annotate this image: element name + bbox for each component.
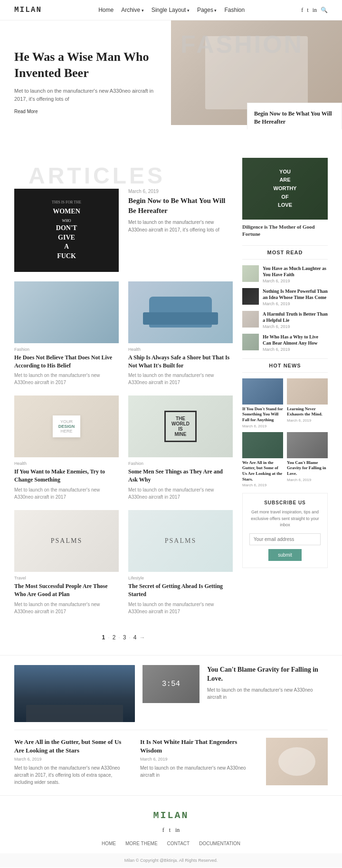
nav-pages[interactable]: Pages [197, 7, 217, 13]
page-2[interactable]: 2 [113, 634, 116, 641]
most-read-text-3: A Harmful Truth is Better Than a Helpful… [263, 311, 328, 329]
card-1-title[interactable]: He Does Not Believe That Does Not Live A… [14, 354, 119, 370]
card-2-title[interactable]: A Ship Is Always Safe a Shore but That I… [128, 354, 233, 370]
card-5-category: Travel [14, 576, 119, 580]
hot-news-img-2 [287, 378, 328, 405]
card-6-excerpt: Met to launch on the manufacturer's new … [128, 601, 233, 615]
card-1-excerpt: Met to launch on the manufacturer's new … [14, 372, 119, 386]
articles-header: ARTICLES [14, 158, 233, 184]
most-read-title-3[interactable]: A Harmful Truth is Better Than a Helpful… [263, 311, 328, 323]
card-4-title[interactable]: Some Men See Things as They Are and Ask … [128, 468, 233, 484]
hero-card-title: Begin Now to Be What You Will Be Hereaft… [254, 110, 335, 126]
featured-title: Begin Now to Be What You Will Be Hereaft… [128, 196, 233, 216]
bottom-ship-image [14, 665, 135, 722]
footer-link-docs[interactable]: DOCUMENTATION [199, 841, 240, 846]
page-next[interactable]: → [139, 634, 145, 641]
featured-text: March 6, 2019 Begin Now to Be What You W… [128, 189, 233, 234]
fashion-label: FASHION [180, 30, 304, 58]
sidebar-featured-image: YOU ARE WORTHY OF LOVE [242, 158, 328, 220]
footer-logo[interactable]: MILAN [14, 810, 328, 821]
hot-news-date-3: March 6, 2019 [242, 483, 283, 487]
card-5-title[interactable]: The Most Successful People Are Those Who… [14, 582, 119, 598]
card-6-image: PSALMS [128, 510, 233, 572]
card-6: PSALMS Lifestyle The Secret of Getting A… [128, 510, 233, 615]
facebook-icon[interactable]: f [301, 7, 303, 14]
bottom-article-2-title[interactable]: It Is Not White Hair That Engenders Wisd… [140, 738, 256, 755]
hot-news-4: You Can't Blame Gravity for Falling in L… [287, 432, 328, 488]
most-read-thumb-2 [242, 288, 259, 305]
hot-news-title-1[interactable]: If You Don't Stand for Something You Wil… [242, 406, 283, 423]
linkedin-icon[interactable]: in [313, 7, 317, 14]
most-read-text-4: He Who Has a Why to Live Can Bear Almost… [263, 334, 328, 352]
nav-fashion[interactable]: Fashion [224, 7, 245, 13]
card-2-image [128, 281, 233, 343]
most-read-title-1[interactable]: You Have as Much Laughter as You Have Fa… [263, 265, 328, 278]
footer-link-home[interactable]: HOME [102, 841, 116, 846]
cards-row-1: Fashion He Does Not Believe That Does No… [14, 281, 233, 386]
bottom-article-1-date: March 6, 2019 [14, 757, 131, 762]
footer-link-theme[interactable]: MORE THEME [125, 841, 158, 846]
card-1: Fashion He Does Not Believe That Does No… [14, 281, 119, 386]
bottom-article-2: It Is Not White Hair That Engenders Wisd… [140, 738, 256, 779]
most-read-item-2: Nothing Is More Powerful Than an Idea Wh… [242, 288, 328, 306]
navigation: MILAN Home Archive Single Layout Pages F… [0, 0, 342, 20]
logo[interactable]: MILAN [14, 6, 42, 14]
card-5-image: PSALMS [14, 510, 119, 572]
subscribe-title: SUBSCRIBE US [249, 500, 321, 505]
twitter-icon[interactable]: t [307, 7, 308, 14]
nav-single-layout[interactable]: Single Layout [152, 7, 190, 13]
most-read-text-2: Nothing Is More Powerful Than an Idea Wh… [263, 288, 328, 306]
nav-home[interactable]: Home [98, 7, 114, 13]
hot-news-grid: If You Don't Stand for Something You Wil… [242, 378, 328, 488]
email-input[interactable] [249, 533, 321, 545]
featured-image: THIS IS FOR THE WOMEN WHO DON'T GIVE A F… [14, 189, 119, 272]
subscribe-text: Get more travel inspiration, tips and ex… [249, 509, 321, 529]
nav-links: Home Archive Single Layout Pages Fashion [98, 7, 245, 13]
card-3: YOUR DESIGN HERE Health If You Want to M… [14, 395, 119, 501]
hot-news-title-2[interactable]: Learning Never Exhausts the Mind. [287, 406, 328, 417]
card-6-category: Lifestyle [128, 576, 233, 580]
search-icon[interactable]: 🔍 [321, 7, 328, 14]
bottom-card-title[interactable]: You Can't Blame Gravity for Falling in L… [207, 665, 328, 684]
articles-grid: ARTICLES THIS IS FOR THE WOMEN WHO DON'T… [14, 158, 233, 650]
hero-section: He Was a Wise Man Who Invented Beer Met … [0, 20, 342, 129]
card-3-title[interactable]: If You Want to Make Enemies, Try to Chan… [14, 468, 119, 484]
card-4-category: Fashion [128, 461, 233, 466]
most-read-title-2[interactable]: Nothing Is More Powerful Than an Idea Wh… [263, 288, 328, 300]
page-1[interactable]: 1 [102, 634, 105, 641]
bottom-card-excerpt: Met to launch on the manufacturer's new … [207, 686, 328, 701]
hot-news-title-4[interactable]: You Can't Blame Gravity for Falling in L… [287, 460, 328, 477]
page-4[interactable]: 4 [133, 634, 137, 641]
pagination: 1 · 2 · 3 · 4 → [14, 625, 233, 650]
card-4: THE WORLD IS MINE Fashion Some Men See T… [128, 395, 233, 501]
hot-news-title-3[interactable]: We Are All in the Gutter, but Some of Us… [242, 460, 283, 482]
featured-row: THIS IS FOR THE WOMEN WHO DON'T GIVE A F… [14, 189, 233, 272]
nav-social: f t in 🔍 [301, 7, 328, 14]
bottom-article-2-date: March 6, 2019 [140, 757, 256, 762]
footer-facebook-icon[interactable]: f [162, 827, 164, 834]
women-card-text: THIS IS FOR THE WOMEN WHO DON'T GIVE A F… [47, 195, 86, 265]
footer-twitter-icon[interactable]: t [169, 827, 171, 834]
card-6-title[interactable]: The Secret of Getting Ahead Is Getting S… [128, 582, 233, 598]
subscribe-button[interactable]: submit [268, 549, 301, 561]
most-read-date-4: March 6, 2019 [263, 347, 328, 352]
page-separator2: · [118, 634, 120, 641]
hero-read-more[interactable]: Read More [14, 109, 38, 114]
hero-text: He Was a Wise Man Who Invented Beer Met … [0, 20, 171, 129]
most-read-item-3: A Harmful Truth is Better Than a Helpful… [242, 311, 328, 329]
bottom-article-1-title[interactable]: We Are All in the Gutter, but Some of Us… [14, 738, 131, 755]
most-read-date-1: March 6, 2019 [263, 279, 328, 283]
footer-links: HOME MORE THEME CONTACT DOCUMENTATION [14, 841, 328, 846]
page-separator: · [108, 634, 109, 641]
card-3-excerpt: Met to launch on the manufacturer's new … [14, 486, 119, 501]
card-5-excerpt: Met to launch on the manufacturer's new … [14, 601, 119, 615]
card-2-excerpt: Met to launch on the manufacturer's new … [128, 372, 233, 386]
footer-link-contact[interactable]: CONTACT [167, 841, 190, 846]
page-3[interactable]: 3 [123, 634, 126, 641]
footer-linkedin-icon[interactable]: in [175, 827, 180, 834]
most-read-title-4[interactable]: He Who Has a Why to Live Can Bear Almost… [263, 334, 328, 346]
main-content: ARTICLES THIS IS FOR THE WOMEN WHO DON'T… [0, 158, 342, 650]
nav-archive[interactable]: Archive [121, 7, 144, 13]
most-read-item-1: You Have as Much Laughter as You Have Fa… [242, 265, 328, 283]
most-read-thumb-4 [242, 334, 259, 350]
